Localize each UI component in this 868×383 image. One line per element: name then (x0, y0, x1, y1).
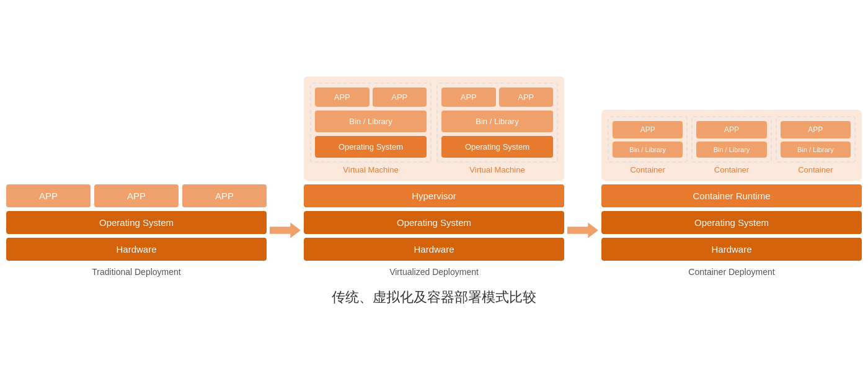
trad-app-2: APP (94, 184, 179, 207)
columns-row: APP APP APP Operating System Hardware Tr… (0, 76, 868, 277)
virt-hypervisor: Hypervisor (304, 184, 564, 207)
vm-1: APP APP Bin / Library Operating System V… (310, 83, 432, 174)
vm1-bin: Bin / Library (315, 110, 427, 132)
vm-1-apps: APP APP (315, 88, 427, 107)
vm-2-apps: APP APP (441, 88, 553, 107)
vm-2-inner: APP APP Bin / Library Operating System (436, 83, 558, 163)
container-outer: APP Bin / Library Container APP Bin / Li… (601, 110, 862, 181)
arrow-icon-2 (567, 221, 598, 240)
cont-1-inner: APP Bin / Library (608, 116, 688, 163)
c1-label: Container (608, 165, 688, 174)
virt-os: Operating System (304, 211, 564, 234)
virt-hw: Hardware (304, 238, 564, 261)
vm1-label: Virtual Machine (310, 165, 432, 174)
virtualized-label: Virtualized Deployment (389, 267, 479, 277)
container-col: APP Bin / Library Container APP Bin / Li… (601, 110, 862, 277)
svg-marker-0 (270, 223, 301, 238)
cont-1: APP Bin / Library Container (608, 116, 688, 174)
trad-app-3: APP (182, 184, 267, 207)
cont-hw: Hardware (601, 238, 862, 261)
diagram: APP APP APP Operating System Hardware Tr… (0, 76, 868, 307)
svg-marker-1 (567, 223, 598, 238)
vm2-app2: APP (499, 88, 554, 107)
virtualized-stack: Hypervisor Operating System Hardware (304, 184, 564, 261)
virtualized-col: APP APP Bin / Library Operating System V… (304, 76, 564, 277)
container-label: Container Deployment (688, 267, 774, 277)
vm-2: APP APP Bin / Library Operating System V… (436, 83, 558, 174)
cont-2: APP Bin / Library Container (691, 116, 771, 174)
arrow-icon-1 (270, 221, 301, 240)
traditional-stack: Operating System Hardware (6, 211, 267, 261)
vm-1-inner: APP APP Bin / Library Operating System (310, 83, 432, 163)
container-stack: Container Runtime Operating System Hardw… (601, 184, 862, 261)
c1-bin: Bin / Library (613, 142, 683, 158)
main-title: 传统、虚拟化及容器部署模式比较 (332, 288, 536, 307)
cont-2-inner: APP Bin / Library (691, 116, 771, 163)
traditional-apps-row: APP APP APP (6, 184, 267, 207)
c3-app: APP (781, 121, 851, 138)
vm1-os: Operating System (315, 136, 427, 158)
traditional-label: Traditional Deployment (92, 267, 180, 277)
cont-3-inner: APP Bin / Library (776, 116, 856, 163)
arrow-1 (267, 221, 304, 277)
trad-app-1: APP (6, 184, 91, 207)
arrow-2 (564, 221, 601, 277)
vm-outer: APP APP Bin / Library Operating System V… (304, 76, 564, 181)
c3-bin: Bin / Library (781, 142, 851, 158)
c1-app: APP (613, 121, 683, 138)
vm2-bin: Bin / Library (441, 110, 553, 132)
trad-os: Operating System (6, 211, 267, 234)
vm2-label: Virtual Machine (436, 165, 558, 174)
vm1-app2: APP (373, 88, 427, 107)
cont-runtime: Container Runtime (601, 184, 862, 207)
traditional-col: APP APP APP Operating System Hardware Tr… (6, 184, 267, 277)
vm2-os: Operating System (441, 136, 553, 158)
c2-app: APP (696, 121, 766, 138)
cont-os: Operating System (601, 211, 862, 234)
c2-label: Container (691, 165, 771, 174)
vm1-app1: APP (315, 88, 370, 107)
c3-label: Container (776, 165, 856, 174)
trad-hw: Hardware (6, 238, 267, 261)
cont-3: APP Bin / Library Container (776, 116, 856, 174)
vm2-app1: APP (441, 88, 496, 107)
c2-bin: Bin / Library (696, 142, 766, 158)
